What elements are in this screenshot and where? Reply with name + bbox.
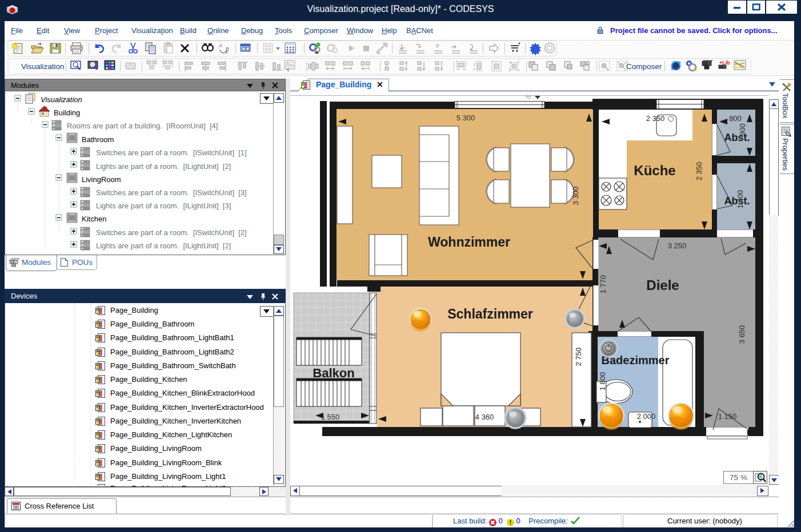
- svg-text:5 300: 5 300: [456, 114, 475, 122]
- svg-text:Wohnzimmer: Wohnzimmer: [428, 235, 510, 249]
- svg-text:3 250: 3 250: [668, 241, 687, 250]
- svg-text:1 800: 1 800: [598, 372, 607, 391]
- svg-text:800: 800: [729, 114, 742, 123]
- svg-text:900: 900: [738, 123, 747, 136]
- svg-text:Visualization: Visualization: [21, 62, 65, 71]
- svg-text:1 550: 1 550: [321, 413, 340, 421]
- svg-text:1 770: 1 770: [599, 275, 607, 294]
- svg-text:4 360: 4 360: [475, 413, 494, 421]
- svg-text:3 650: 3 650: [738, 325, 746, 344]
- svg-text:A: A: [219, 43, 222, 49]
- svg-text:Composer: Composer: [626, 62, 662, 71]
- svg-text:2 000: 2 000: [637, 412, 656, 421]
- svg-text:1 150: 1 150: [718, 412, 737, 421]
- svg-text:1 400: 1 400: [736, 190, 744, 209]
- svg-text:+Lib: +Lib: [719, 60, 730, 66]
- svg-text:B: B: [226, 46, 229, 52]
- svg-text:2 350: 2 350: [695, 162, 703, 181]
- svg-text:Schlafzimmer: Schlafzimmer: [447, 307, 533, 321]
- svg-text:Diele: Diele: [646, 277, 679, 293]
- svg-text:2 350: 2 350: [646, 114, 665, 123]
- svg-text:Küche: Küche: [634, 163, 675, 178]
- svg-text:2 750: 2 750: [574, 348, 583, 366]
- svg-text:Balkon: Balkon: [313, 366, 354, 380]
- svg-text:3 300: 3 300: [571, 187, 580, 205]
